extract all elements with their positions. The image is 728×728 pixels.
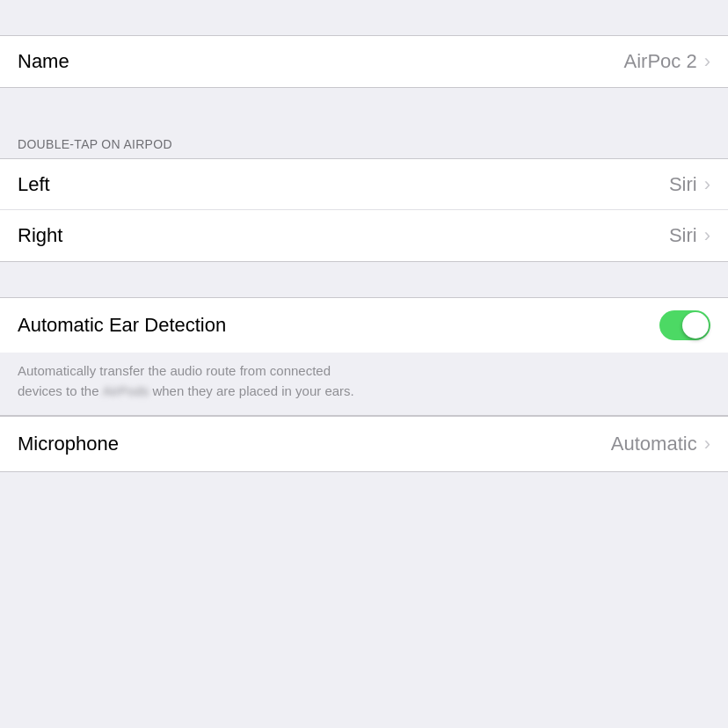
right-chevron-icon: › [704, 224, 710, 247]
description-text-part2: devices to the [18, 383, 99, 398]
blurred-device-name: AirPods [103, 382, 149, 402]
left-label: Left [18, 173, 50, 196]
left-chevron-icon: › [704, 173, 710, 196]
microphone-row[interactable]: Microphone Automatic › [0, 417, 728, 471]
microphone-label: Microphone [18, 433, 119, 455]
ear-detection-toggle[interactable] [659, 310, 710, 340]
right-value: Siri [669, 224, 697, 247]
right-value-container: Siri › [669, 224, 710, 247]
ear-detection-label: Automatic Ear Detection [18, 314, 226, 337]
name-section: Name AirPoc 2 › [0, 35, 728, 88]
microphone-chevron-icon: › [704, 433, 710, 455]
right-label: Right [18, 224, 62, 247]
ear-detection-row[interactable]: Automatic Ear Detection [0, 298, 728, 353]
left-value-container: Siri › [669, 173, 710, 196]
microphone-value-container: Automatic › [611, 433, 710, 455]
toggle-thumb [682, 312, 709, 339]
double-tap-header: DOUBLE-TAP ON AIRPOD [0, 123, 728, 158]
gap-2 [0, 262, 728, 297]
name-value-container: AirPoc 2 › [624, 50, 710, 73]
name-label: Name [18, 50, 69, 73]
description-text-part3: when they are placed in your ears. [152, 383, 353, 398]
bottom-spacer [0, 472, 728, 728]
ear-detection-description: Automatically transfer the audio route f… [0, 353, 728, 416]
left-value: Siri [669, 173, 697, 196]
settings-page: Name AirPoc 2 › DOUBLE-TAP ON AIRPOD Lef… [0, 0, 728, 728]
name-value: AirPoc 2 [624, 50, 697, 73]
name-chevron-icon: › [704, 50, 710, 73]
description-text: Automatically transfer the audio route f… [18, 361, 710, 401]
microphone-section: Microphone Automatic › [0, 416, 728, 472]
gap-1 [0, 88, 728, 123]
name-row[interactable]: Name AirPoc 2 › [0, 36, 728, 87]
microphone-value: Automatic [611, 433, 697, 455]
left-row[interactable]: Left Siri › [0, 159, 728, 210]
double-tap-section: Left Siri › Right Siri › [0, 158, 728, 262]
right-row[interactable]: Right Siri › [0, 210, 728, 261]
top-spacer [0, 0, 728, 35]
ear-detection-group: Automatic Ear Detection [0, 297, 728, 353]
description-text-part1: Automatically transfer the audio route f… [18, 363, 331, 378]
